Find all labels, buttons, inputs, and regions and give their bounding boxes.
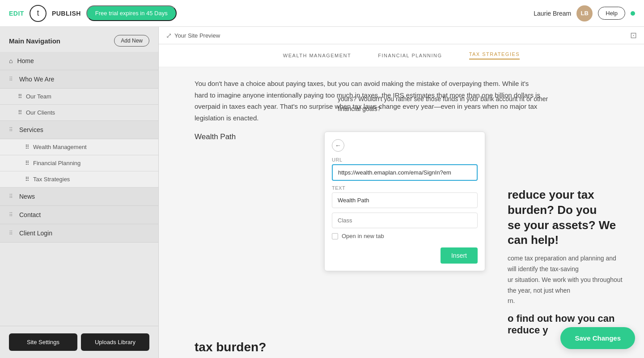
link-popup: ← URL Text Open in new tab — [324, 132, 485, 271]
big-headline: reduce your tax burden? Do youse your as… — [508, 188, 626, 248]
avatar-initials: LB — [581, 10, 589, 17]
site-preview: WEALTH MANAGEMENT FINANCIAL PLANNING TAX… — [159, 44, 644, 358]
drag-icon: ⠿ — [25, 160, 30, 166]
sidebar-item-financial-planning[interactable]: ⠿ Financial Planning — [0, 155, 158, 171]
url-input[interactable] — [332, 164, 478, 181]
link-popup-header: ← — [332, 139, 478, 152]
class-field-group — [332, 213, 478, 228]
sidebar-item-tax-strategies[interactable]: ⠿ Tax Strategies — [0, 171, 158, 188]
publish-label: PUBLISH — [52, 10, 81, 17]
sidebar-item-home[interactable]: ⌂ Home — [0, 52, 158, 70]
preview-bar: ⤢ Your Site Preview ⊡ — [159, 27, 644, 44]
drag-icon: ⠿ — [18, 109, 22, 116]
open-in-new-tab-label: Open in new tab — [342, 233, 384, 239]
sidebar-item-services[interactable]: ⠿ Services — [0, 121, 158, 139]
avatar[interactable]: LB — [576, 5, 593, 21]
sidebar-item-our-clients[interactable]: ⠿ Our Clients — [0, 105, 158, 121]
uploads-library-button[interactable]: Uploads Library — [81, 333, 149, 351]
site-nav: WEALTH MANAGEMENT FINANCIAL PLANNING TAX… — [159, 44, 644, 67]
drag-icon: ⠿ — [9, 230, 13, 236]
drag-icon: ⠿ — [9, 127, 13, 133]
add-new-button[interactable]: Add New — [114, 35, 149, 47]
save-changes-button[interactable]: Save Changes — [560, 327, 635, 349]
site-nav-financial-planning[interactable]: FINANCIAL PLANNING — [378, 53, 442, 58]
sidebar-item-label: Services — [19, 126, 43, 133]
text-field-group: Text — [332, 185, 478, 208]
sidebar-content: Main Navigation Add New ⌂ Home ⠿ Who We … — [0, 27, 158, 243]
top-bar: EDIT t PUBLISH Free trial expires in 45 … — [0, 0, 644, 27]
back-button[interactable]: ← — [332, 139, 344, 152]
help-button[interactable]: Help — [598, 7, 625, 20]
drag-icon: ⠿ — [25, 144, 30, 150]
drag-icon: ⠿ — [25, 176, 30, 183]
sidebar-item-contact[interactable]: ⠿ Contact — [0, 206, 158, 224]
main-layout: Main Navigation Add New ⌂ Home ⠿ Who We … — [0, 27, 644, 358]
text-label: Text — [332, 185, 478, 191]
open-in-new-tab-row: Open in new tab — [332, 233, 478, 239]
sidebar-header: Main Navigation Add New — [0, 27, 158, 52]
sidebar-footer: Site Settings Uploads Library — [0, 326, 158, 358]
sidebar-item-label: Who We Are — [19, 76, 54, 83]
site-settings-button[interactable]: Site Settings — [9, 333, 77, 351]
text-input[interactable] — [332, 192, 478, 208]
url-field-group: URL — [332, 157, 478, 181]
preview-area: ⤢ Your Site Preview ⊡ WEALTH MANAGEMENT … — [159, 27, 644, 358]
right-content-area: reduce your tax burden? Do youse your as… — [490, 183, 644, 341]
sidebar-item-label: Wealth Management — [33, 144, 87, 150]
edit-label: EDIT — [9, 10, 24, 17]
sidebar-item-label: Client Login — [19, 230, 52, 237]
sidebar-item-who-we-are[interactable]: ⠿ Who We Are — [0, 70, 158, 89]
body-para: come tax preparation and planning and wi… — [508, 253, 626, 307]
top-bar-right: Laurie Bream LB Help — [534, 5, 635, 21]
drag-icon: ⠿ — [9, 76, 13, 82]
sidebar-item-label: Contact — [19, 211, 41, 218]
sidebar-item-label: Home — [17, 57, 34, 64]
insert-button[interactable]: Insert — [441, 247, 478, 264]
sidebar-item-label: Our Clients — [26, 109, 55, 116]
open-in-new-tab-checkbox[interactable] — [332, 233, 338, 239]
sidebar-item-wealth-management[interactable]: ⠿ Wealth Management — [0, 139, 158, 155]
url-label: URL — [332, 157, 478, 162]
logo-letter: t — [37, 9, 39, 18]
sidebar-item-client-login[interactable]: ⠿ Client Login — [0, 224, 158, 243]
trial-badge[interactable]: Free trial expires in 45 Days — [86, 5, 177, 21]
sidebar-item-our-team[interactable]: ⠿ Our Team — [0, 89, 158, 105]
user-name: Laurie Bream — [534, 10, 571, 17]
sidebar-item-label: Tax Strategies — [33, 176, 70, 183]
logo-circle[interactable]: t — [30, 5, 47, 22]
site-nav-tax-strategies[interactable]: TAX STRATEGIES — [469, 51, 520, 60]
drag-icon: ⠿ — [9, 212, 13, 218]
drag-icon: ⠿ — [9, 193, 13, 200]
home-icon: ⌂ — [9, 57, 13, 64]
preview-label-text: Your Site Preview — [174, 32, 220, 39]
online-status-dot — [631, 11, 635, 16]
preview-label: ⤢ Your Site Preview — [166, 31, 220, 40]
sidebar-item-label: News — [19, 193, 35, 200]
drag-icon: ⠿ — [18, 93, 22, 100]
sidebar-title: Main Navigation — [9, 37, 60, 45]
sidebar: Main Navigation Add New ⌂ Home ⠿ Who We … — [0, 27, 159, 358]
sidebar-item-label: Financial Planning — [33, 160, 80, 166]
class-input[interactable] — [332, 213, 478, 228]
sidebar-item-news[interactable]: ⠿ News — [0, 188, 158, 206]
expand-icon[interactable]: ⊡ — [630, 30, 637, 40]
site-nav-wealth-management[interactable]: WEALTH MANAGEMENT — [283, 53, 351, 58]
top-bar-left: EDIT t PUBLISH Free trial expires in 45 … — [9, 5, 177, 22]
arrows-icon: ⤢ — [166, 31, 172, 40]
sidebar-item-label: Our Team — [26, 93, 51, 100]
site-body-text: You don't have a choice about paying tax… — [195, 78, 543, 124]
